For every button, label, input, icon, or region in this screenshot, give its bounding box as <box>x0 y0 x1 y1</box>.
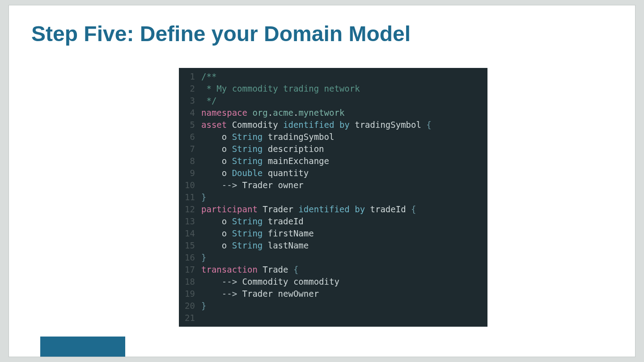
code-line: 18 --> Commodity commodity <box>179 276 487 288</box>
code-content: --> Commodity commodity <box>201 276 339 288</box>
code-content: participant Trader identified by tradeId… <box>201 203 416 215</box>
code-content: --> Trader newOwner <box>201 288 319 300</box>
line-number: 9 <box>179 167 201 179</box>
code-content: o String description <box>201 143 324 155</box>
code-line: 3 */ <box>179 95 487 107</box>
code-editor: 1/**2 * My commodity trading network3 */… <box>179 68 487 327</box>
code-line: 14 o String firstName <box>179 227 487 240</box>
code-content: } <box>201 191 206 203</box>
line-number: 8 <box>179 155 201 167</box>
line-number: 19 <box>179 288 201 300</box>
code-line: 10 --> Trader owner <box>179 179 487 191</box>
code-line: 11} <box>179 191 487 203</box>
code-line: 9 o Double quantity <box>179 167 487 179</box>
line-number: 11 <box>179 191 201 203</box>
code-line: 6 o String tradingSymbol <box>179 131 487 143</box>
code-line: 1/** <box>179 71 487 83</box>
line-number: 7 <box>179 143 201 155</box>
line-number: 20 <box>179 300 201 312</box>
code-content: } <box>201 300 206 312</box>
code-content: /** <box>201 71 216 83</box>
slide-title: Step Five: Define your Domain Model <box>31 21 411 46</box>
code-content: } <box>201 252 206 264</box>
code-line: 15 o String lastName <box>179 240 487 252</box>
line-number: 10 <box>179 179 201 191</box>
code-content: --> Trader owner <box>201 179 304 191</box>
line-number: 2 <box>179 83 201 95</box>
line-number: 18 <box>179 276 201 288</box>
slide-page: Step Five: Define your Domain Model 1/**… <box>9 5 635 357</box>
line-number: 5 <box>179 119 201 131</box>
code-content: transaction Trade { <box>201 264 298 276</box>
code-line: 20} <box>179 300 487 312</box>
code-content: asset Commodity identified by tradingSym… <box>201 119 432 131</box>
code-line: 5asset Commodity identified by tradingSy… <box>179 119 487 131</box>
line-number: 1 <box>179 71 201 83</box>
code-content: o String firstName <box>201 227 314 240</box>
line-number: 17 <box>179 264 201 276</box>
code-content: namespace org.acme.mynetwork <box>201 107 344 119</box>
footer-accent-bar <box>40 337 125 357</box>
line-number: 15 <box>179 240 201 252</box>
code-content: */ <box>201 95 216 107</box>
line-number: 4 <box>179 107 201 119</box>
code-content: o Double quantity <box>201 167 309 179</box>
code-line: 16} <box>179 252 487 264</box>
code-line: 12participant Trader identified by trade… <box>179 203 487 215</box>
line-number: 21 <box>179 312 201 324</box>
code-line: 13 o String tradeId <box>179 215 487 227</box>
code-line: 17transaction Trade { <box>179 264 487 276</box>
code-line: 7 o String description <box>179 143 487 155</box>
code-line: 2 * My commodity trading network <box>179 83 487 95</box>
code-line: 8 o String mainExchange <box>179 155 487 167</box>
line-number: 12 <box>179 203 201 215</box>
line-number: 3 <box>179 95 201 107</box>
code-content: o String lastName <box>201 240 309 252</box>
line-number: 6 <box>179 131 201 143</box>
code-line: 4namespace org.acme.mynetwork <box>179 107 487 119</box>
line-number: 16 <box>179 252 201 264</box>
code-content: o String tradingSymbol <box>201 131 334 143</box>
code-line: 19 --> Trader newOwner <box>179 288 487 300</box>
code-content: o String tradeId <box>201 215 304 227</box>
code-line: 21 <box>179 312 487 324</box>
line-number: 14 <box>179 227 201 240</box>
code-content: * My commodity trading network <box>201 83 360 95</box>
line-number: 13 <box>179 215 201 227</box>
code-content: o String mainExchange <box>201 155 329 167</box>
